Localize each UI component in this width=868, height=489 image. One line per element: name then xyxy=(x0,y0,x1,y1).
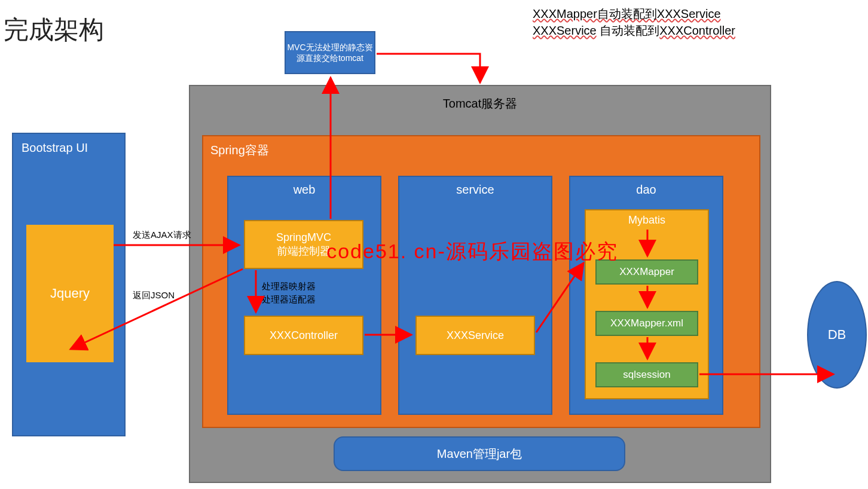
controller-box: XXXController xyxy=(244,316,363,355)
dao-title: dao xyxy=(569,178,723,201)
spring-title: Spring容器 xyxy=(202,136,760,164)
bootstrap-title: Bootstrap UI xyxy=(22,141,88,154)
tomcat-title: Tomcat服务器 xyxy=(189,90,771,118)
label-handler-mapper: 处理器映射器 xyxy=(262,281,316,292)
note-line-1: XXXMapper自动装配到XXXService xyxy=(533,6,721,22)
sqlsession-box: sqlsession xyxy=(595,362,698,387)
note-line-2: XXXService 自动装配到XXXController xyxy=(533,23,735,39)
mapper-xml-box: XXXMapper.xml xyxy=(595,311,698,336)
jquery-box: Jquery xyxy=(26,225,114,362)
watermark-text: code51. cn-源码乐园盗图必究 xyxy=(221,238,723,265)
maven-box: Maven管理jar包 xyxy=(334,436,625,471)
service-layer xyxy=(398,176,552,415)
service-title: service xyxy=(398,178,552,201)
web-title: web xyxy=(227,178,381,201)
diagram-title: 完成架构 xyxy=(4,13,104,47)
label-return-json: 返回JSON xyxy=(133,290,175,301)
label-handler-adapter: 处理器适配器 xyxy=(262,294,316,305)
static-resource-info: MVC无法处理的静态资源直接交给tomcat xyxy=(285,31,375,74)
service-box: XXXService xyxy=(415,316,535,355)
db-ellipse: DB xyxy=(807,281,867,389)
label-send-ajax: 发送AJAX请求 xyxy=(133,230,191,241)
